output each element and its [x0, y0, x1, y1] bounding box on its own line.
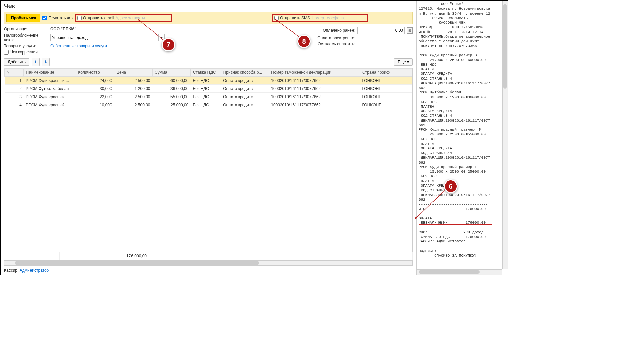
- punch-check-button[interactable]: Пробить чек: [6, 14, 40, 22]
- org-label: Организация:: [4, 27, 48, 31]
- table-row[interactable]: 2РРСМ Футболка белая30,0001 200,0036 000…: [5, 85, 412, 93]
- send-sms-label: Отправить SMS: [280, 16, 310, 20]
- send-email-group: Отправить email: [75, 14, 172, 22]
- receipt-hscrollbar[interactable]: [417, 269, 502, 275]
- move-up-button[interactable]: ⬆: [32, 58, 40, 66]
- col-header[interactable]: Наименование: [24, 69, 76, 77]
- table-cell: ГОНКОНГ: [360, 77, 412, 85]
- callout-6: 6: [444, 179, 458, 193]
- correction-input[interactable]: [4, 50, 9, 55]
- calculator-icon[interactable]: ⊞: [407, 27, 413, 34]
- print-check-input[interactable]: [42, 16, 47, 20]
- page-title: Чек: [4, 3, 413, 10]
- add-button[interactable]: Добавить: [4, 58, 29, 66]
- table-cell: 25 000,00: [153, 101, 191, 109]
- send-email-label: Отправить email: [83, 16, 114, 20]
- table-cell: Оплата кредита: [221, 77, 269, 85]
- col-header[interactable]: Сумма: [153, 69, 191, 77]
- table-cell: 10002010/161117/0077662: [269, 93, 360, 101]
- send-sms-group: Отправить SMS: [272, 14, 368, 22]
- callout-7: 7: [162, 38, 175, 51]
- correction-label: Чек коррекции: [10, 50, 38, 55]
- correction-checkbox[interactable]: Чек коррекции: [4, 50, 38, 55]
- goods-label: Товары и услуги:: [4, 44, 48, 48]
- print-check-checkbox[interactable]: Печатать чек: [42, 16, 73, 20]
- callout-8: 8: [297, 35, 311, 48]
- org-value: ООО "ППКМ": [50, 27, 76, 31]
- table-cell: 22,000: [76, 93, 114, 101]
- table-cell: 36 000,00: [153, 85, 191, 93]
- footer-totals: 176 000,00: [4, 252, 413, 260]
- table-cell: Оплата кредита: [221, 101, 269, 109]
- table-cell: Без НДС: [190, 93, 221, 101]
- col-header[interactable]: Страна происх: [360, 69, 412, 77]
- table-cell: ГОНКОНГ: [360, 93, 412, 101]
- table-row[interactable]: 3РРСМ Худи красный ...22,0002 500,0055 0…: [5, 93, 412, 101]
- email-input[interactable]: [115, 16, 169, 20]
- table-cell: 10,000: [76, 101, 114, 109]
- col-header[interactable]: Номер таможенной декларации: [269, 69, 360, 77]
- col-header[interactable]: Цена: [114, 69, 153, 77]
- table-cell: Без НДС: [190, 85, 221, 93]
- send-email-checkbox[interactable]: [77, 16, 82, 20]
- table-cell: 1: [5, 77, 24, 85]
- paid-before-input[interactable]: [357, 27, 405, 34]
- col-header[interactable]: N: [5, 69, 24, 77]
- footer-total: 176 000,00: [119, 252, 149, 260]
- table-cell: 4: [5, 101, 24, 109]
- print-check-label: Печатать чек: [48, 16, 73, 20]
- move-down-button[interactable]: ⬇: [42, 58, 50, 66]
- table-row[interactable]: 4РРСМ Худи красный ...10,0002 500,0025 0…: [5, 101, 412, 109]
- tax-label: Налогообложение чека:: [4, 33, 48, 42]
- table-cell: РРСМ Худи красный ...: [24, 77, 76, 85]
- table-hscrollbar[interactable]: [4, 260, 413, 266]
- table-cell: Без НДС: [190, 101, 221, 109]
- table-cell: Оплата кредита: [221, 85, 269, 93]
- table-cell: 3: [5, 93, 24, 101]
- remain-label: Осталось оплатить:: [308, 42, 355, 46]
- table-cell: 10002010/161117/0077662: [269, 85, 360, 93]
- col-header[interactable]: Количество: [76, 69, 114, 77]
- cashier-label: Кассир:: [4, 268, 18, 273]
- toolbar: Пробить чек Печатать чек Отправить email…: [4, 12, 413, 24]
- send-sms-checkbox[interactable]: [274, 16, 279, 20]
- goods-link[interactable]: Собственные товары и услуги: [50, 44, 107, 48]
- receipt-preview: ООО "ППКМ" 127015, Москва г, Новодмитров…: [417, 1, 508, 275]
- cashier-link[interactable]: Администратор: [20, 268, 49, 273]
- col-header[interactable]: Признак способа р...: [221, 69, 269, 77]
- table-cell: 55 000,00: [153, 93, 191, 101]
- table-cell: 10002010/161117/0077662: [269, 77, 360, 85]
- table-cell: 1 200,00: [114, 85, 153, 93]
- table-row[interactable]: 1РРСМ Худи красный ...24,0002 500,0060 0…: [5, 77, 412, 85]
- table-cell: 60 000,00: [153, 77, 191, 85]
- table-cell: РРСМ Футболка белая: [24, 85, 76, 93]
- receipt-vscrollbar[interactable]: [502, 1, 508, 269]
- paid-before-label: Оплачено ранее:: [308, 28, 355, 33]
- table-cell: 2 500,00: [114, 101, 153, 109]
- table-cell: 10002010/161117/0077662: [269, 101, 360, 109]
- table-cell: 2: [5, 85, 24, 93]
- sms-input[interactable]: [311, 16, 366, 20]
- table-cell: РРСМ Худи красный ...: [24, 93, 76, 101]
- table-cell: ГОНКОНГ: [360, 101, 412, 109]
- paid-elec-label: Оплата электронно:: [308, 36, 355, 40]
- table-cell: РРСМ Худи красный ...: [24, 101, 76, 109]
- col-header[interactable]: Ставка НДС: [190, 69, 221, 77]
- table-cell: Оплата кредита: [221, 93, 269, 101]
- more-button[interactable]: Еще ▾: [394, 58, 413, 66]
- table-cell: ГОНКОНГ: [360, 85, 412, 93]
- table-cell: 2 500,00: [114, 77, 153, 85]
- table-cell: 24,000: [76, 77, 114, 85]
- table-cell: 30,000: [76, 85, 114, 93]
- table-cell: 2 500,00: [114, 93, 153, 101]
- items-table[interactable]: NНаименованиеКоличествоЦенаСуммаСтавка Н…: [4, 68, 413, 252]
- table-cell: Без НДС: [190, 77, 221, 85]
- tax-select[interactable]: [50, 34, 159, 41]
